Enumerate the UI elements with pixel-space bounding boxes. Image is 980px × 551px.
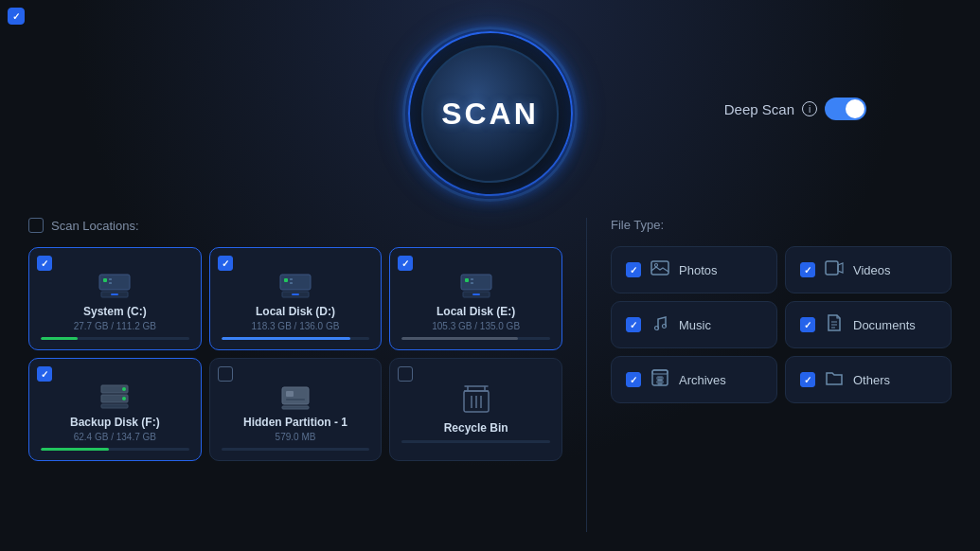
svg-rect-7 — [284, 278, 288, 282]
deep-scan-info-icon[interactable]: i — [802, 101, 817, 116]
disk-checkbox-backup-f[interactable]: ✓ — [37, 366, 52, 382]
file-type-header-checkbox[interactable]: ✓ — [8, 8, 25, 25]
main-container: SCAN Deep Scan i Scan Locations: ✓ — [0, 0, 980, 551]
bottom-section: Scan Locations: ✓ — [0, 218, 980, 551]
disk-checkbox-recycle-bin[interactable] — [398, 366, 413, 382]
disk-checkbox-hidden-partition[interactable] — [218, 366, 233, 382]
svg-rect-11 — [292, 293, 299, 295]
disk-size-hidden-partition: 579.0 MB — [222, 432, 370, 442]
file-type-card-photos[interactable]: ✓ Photos — [611, 246, 777, 293]
disk-card-local-e[interactable]: ✓ Local Disk (E:) 105.3 GB / 13 — [389, 247, 562, 350]
file-type-header: ✓ File Type: — [611, 218, 952, 232]
disk-icon-backup-f — [41, 383, 189, 410]
file-type-card-music[interactable]: ✓ Music — [611, 301, 777, 348]
svg-rect-25 — [286, 399, 305, 400]
others-icon — [825, 368, 844, 391]
svg-rect-47 — [657, 377, 663, 380]
file-type-label-videos: Videos — [853, 263, 891, 277]
disk-icon-local-d — [222, 273, 370, 299]
disk-progress-system-c — [41, 337, 189, 340]
svg-point-38 — [655, 327, 659, 330]
file-type-title: File Type: — [611, 218, 664, 232]
disk-name-hidden-partition: Hidden Partition - 1 — [222, 416, 370, 429]
disk-card-system-c[interactable]: ✓ System (C:) 27.7 GB / 111.2 G — [28, 247, 202, 350]
file-type-label-archives: Archives — [679, 373, 726, 387]
svg-rect-9 — [290, 282, 293, 284]
svg-rect-2 — [109, 278, 112, 280]
top-section: SCAN Deep Scan i — [0, 0, 980, 218]
svg-point-21 — [122, 387, 126, 391]
disk-progress-backup-f — [41, 448, 189, 451]
disk-icon-recycle-bin — [401, 383, 550, 416]
videos-icon — [825, 258, 844, 281]
disk-checkbox-local-d[interactable]: ✓ — [218, 256, 233, 271]
svg-rect-12 — [461, 275, 491, 290]
scan-outer-ring: SCAN — [402, 27, 578, 202]
file-type-card-documents[interactable]: ✓ Documents — [785, 301, 952, 348]
scan-locations-header: Scan Locations: — [28, 218, 562, 233]
disk-icon-local-e — [401, 273, 550, 299]
scan-label: SCAN — [441, 97, 539, 132]
file-type-label-photos: Photos — [679, 263, 717, 277]
file-type-checkbox-archives[interactable]: ✓ — [626, 372, 641, 387]
svg-rect-5 — [111, 293, 118, 295]
svg-rect-26 — [282, 406, 309, 409]
file-type-checkbox-videos[interactable]: ✓ — [800, 262, 815, 277]
deep-scan-container: Deep Scan i — [724, 98, 866, 120]
svg-rect-48 — [657, 381, 663, 383]
deep-scan-label: Deep Scan — [724, 101, 794, 117]
disk-size-system-c: 27.7 GB / 111.2 GB — [41, 321, 189, 331]
disk-icon-system-c — [41, 273, 189, 299]
svg-rect-37 — [826, 261, 838, 275]
disk-grid: ✓ System (C:) 27.7 GB / 111.2 G — [28, 247, 562, 461]
file-type-checkbox-others[interactable]: ✓ — [800, 372, 815, 387]
svg-rect-24 — [286, 391, 294, 397]
file-type-card-archives[interactable]: ✓ Archives — [611, 356, 777, 403]
scan-locations-title: Scan Locations: — [51, 219, 139, 233]
disk-checkbox-local-e[interactable]: ✓ — [398, 256, 413, 271]
documents-icon — [825, 313, 844, 336]
disk-card-backup-f[interactable]: ✓ Backup Disk (F:) 62.4 GB / 134.7 GB — [28, 358, 202, 461]
scan-locations-panel: Scan Locations: ✓ — [28, 218, 562, 532]
disk-card-local-d[interactable]: ✓ Local Disk (D:) 118.3 GB / 13 — [209, 247, 383, 350]
disk-name-local-e: Local Disk (E:) — [401, 305, 550, 318]
file-type-checkbox-music[interactable]: ✓ — [626, 317, 641, 332]
file-type-checkbox-documents[interactable]: ✓ — [800, 317, 815, 332]
disk-card-hidden-partition[interactable]: Hidden Partition - 1 579.0 MB — [209, 358, 383, 461]
photos-icon — [650, 258, 669, 281]
svg-rect-1 — [103, 278, 107, 282]
file-type-panel: ✓ File Type: ✓ — [611, 218, 952, 532]
disk-size-local-d: 118.3 GB / 136.0 GB — [222, 321, 370, 331]
disk-name-recycle-bin: Recycle Bin — [401, 421, 550, 435]
file-type-label-music: Music — [679, 318, 711, 332]
disk-progress-local-e — [401, 337, 550, 340]
svg-rect-0 — [99, 275, 130, 290]
svg-rect-13 — [465, 278, 469, 282]
archives-icon — [650, 368, 669, 391]
svg-point-22 — [122, 397, 126, 400]
disk-name-backup-f: Backup Disk (F:) — [41, 416, 189, 429]
svg-rect-14 — [471, 278, 473, 280]
scan-button[interactable]: SCAN — [421, 45, 559, 183]
scan-locations-checkbox[interactable] — [28, 218, 44, 233]
file-type-card-others[interactable]: ✓ Others — [785, 356, 952, 403]
svg-rect-8 — [290, 278, 293, 280]
scan-button-wrapper: SCAN — [402, 27, 578, 202]
file-type-grid: ✓ Photos ✓ — [611, 246, 952, 403]
vertical-divider — [586, 218, 587, 532]
svg-rect-35 — [651, 261, 668, 275]
svg-point-36 — [655, 264, 658, 267]
disk-progress-local-d — [222, 337, 370, 340]
disk-name-local-d: Local Disk (D:) — [222, 305, 370, 318]
file-type-label-others: Others — [853, 373, 890, 387]
disk-icon-hidden-partition — [222, 383, 370, 410]
file-type-card-videos[interactable]: ✓ Videos — [785, 246, 952, 293]
file-type-checkbox-photos[interactable]: ✓ — [626, 262, 641, 277]
disk-card-recycle-bin[interactable]: Recycle Bin — [389, 358, 562, 461]
deep-scan-toggle[interactable] — [825, 98, 866, 120]
svg-rect-6 — [280, 275, 311, 290]
disk-progress-hidden-partition — [222, 448, 370, 451]
disk-name-system-c: System (C:) — [41, 305, 189, 318]
disk-size-backup-f: 62.4 GB / 134.7 GB — [41, 432, 189, 442]
disk-checkbox-system-c[interactable]: ✓ — [37, 256, 52, 271]
